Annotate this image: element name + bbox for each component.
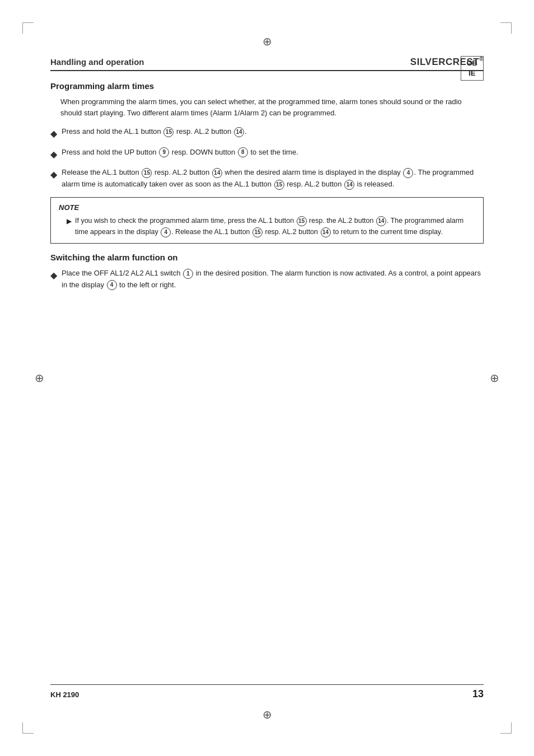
footer-page-number: 13 (472, 688, 484, 700)
badge-4-s: 4 (107, 280, 117, 290)
badge-15-3: 15 (274, 180, 284, 190)
switching-heading: Switching the alarm function on (50, 253, 484, 262)
header-bar: Handling and operation SILVERCREST® (50, 56, 484, 71)
badge-14-n: 14 (376, 216, 386, 226)
corner-mark-tl (22, 22, 34, 34)
switching-bullet-1: ◆ Place the OFF AL1/2 AL2 AL1 switch 1 i… (50, 268, 484, 291)
top-crosshair-icon: ⊕ (263, 35, 272, 48)
footer: KH 2190 13 (50, 684, 484, 700)
corner-mark-br (500, 722, 512, 734)
programming-bullet-1-text: Press and hold the AL.1 button 15 resp. … (62, 126, 484, 138)
note-text: If you wish to check the programmed alar… (75, 215, 475, 237)
bottom-crosshair-icon: ⊕ (263, 708, 272, 721)
corner-mark-bl (22, 722, 34, 734)
badge-14-2: 14 (212, 168, 222, 178)
programming-bullet-2-text: Press and hold the UP button 9 resp. DOW… (62, 147, 484, 158)
badge-15-n: 15 (297, 216, 307, 226)
corner-mark-tr (500, 22, 512, 34)
badge-15-2: 15 (142, 168, 152, 178)
switching-bullet-1-text: Place the OFF AL1/2 AL2 AL1 switch 1 in … (62, 268, 484, 291)
content-area: Handling and operation SILVERCREST® Prog… (50, 56, 484, 700)
brand-name: SILVERCREST® (410, 56, 484, 68)
programming-bullet-3-text: Release the AL.1 button 15 resp. AL.2 bu… (62, 167, 484, 190)
badge-15-1: 15 (163, 127, 174, 137)
programming-bullet-1: ◆ Press and hold the AL.1 button 15 resp… (50, 126, 484, 141)
badge-8: 8 (238, 147, 248, 157)
switching-section: Switching the alarm function on ◆ Place … (50, 253, 484, 291)
left-crosshair-icon: ⊕ (35, 371, 44, 385)
note-title: NOTE (59, 203, 475, 212)
badge-14-n2: 14 (321, 227, 331, 237)
note-box: NOTE ▶ If you wish to check the programm… (50, 197, 484, 244)
badge-1: 1 (183, 269, 193, 279)
badge-9: 9 (159, 147, 169, 157)
programming-bullet-3: ◆ Release the AL.1 button 15 resp. AL.2 … (50, 167, 484, 190)
bullet-diamond-s1: ◆ (50, 268, 57, 283)
bullet-diamond-2: ◆ (50, 147, 57, 162)
badge-15-n2: 15 (252, 227, 263, 237)
footer-model: KH 2190 (50, 690, 79, 699)
programming-bullet-2: ◆ Press and hold the UP button 9 resp. D… (50, 147, 484, 162)
programming-heading: Programming alarm times (50, 81, 484, 91)
note-content: ▶ If you wish to check the programmed al… (67, 215, 475, 237)
programming-section: Programming alarm times When programming… (50, 81, 484, 244)
bullet-diamond-3: ◆ (50, 167, 57, 182)
page: ⊕ ⊕ ⊕ ⊕ GB IE Handling and operation SIL… (0, 0, 534, 756)
note-arrow-icon: ▶ (67, 216, 72, 227)
badge-14-3: 14 (344, 180, 354, 190)
right-crosshair-icon: ⊕ (490, 371, 499, 385)
section-header: Handling and operation (50, 57, 144, 67)
programming-intro: When programming the alarm times, you ca… (60, 96, 484, 120)
badge-14-1: 14 (234, 127, 244, 137)
badge-4-n: 4 (161, 227, 171, 237)
badge-4-1: 4 (403, 168, 413, 178)
bullet-diamond-1: ◆ (50, 127, 57, 141)
note-bullet: ▶ If you wish to check the programmed al… (67, 215, 475, 237)
